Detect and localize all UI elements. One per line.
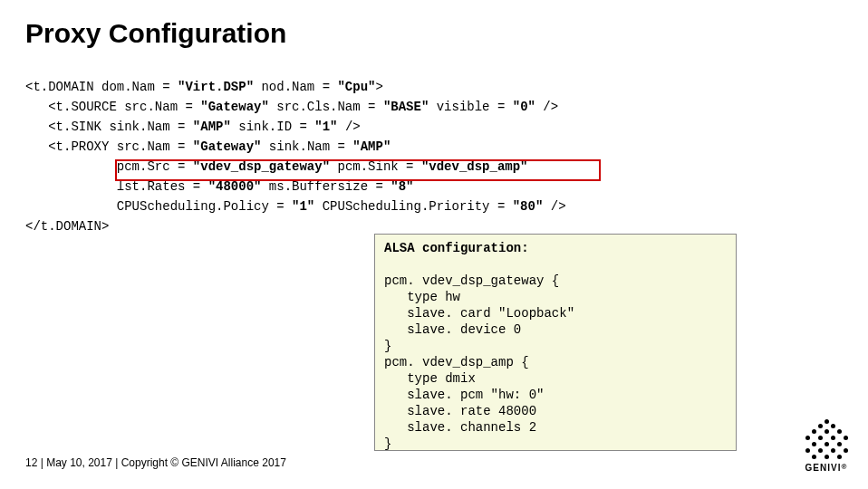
code-line-3: <t.SINK sink.Nam = "AMP" sink.ID = "1" /… [25,120,361,134]
page-title: Proxy Configuration [25,18,286,49]
slide-footer: 12 | May 10, 2017 | Copyright © GENIVI A… [25,456,286,469]
genivi-text: GENIVI® [803,463,850,473]
code-line-2: <t.SOURCE src.Nam = "Gateway" src.Cls.Na… [25,100,558,114]
code-line-7: CPUScheduling.Policy = "1" CPUScheduling… [25,199,566,214]
genivi-dots-icon [803,419,850,461]
code-line-4: <t.PROXY src.Nam = "Gateway" sink.Nam = … [25,139,391,154]
xml-config-code: <t.DOMAIN dom.Nam = "Virt.DSP" nod.Nam =… [25,77,566,236]
code-line-6: lst.Rates = "48000" ms.Buffersize = "8" [25,179,414,194]
alsa-config-box: ALSA configuration: pcm. vdev_dsp_gatewa… [374,234,737,451]
alsa-heading: ALSA configuration: [384,241,529,255]
alsa-body: pcm. vdev_dsp_gateway { type hw slave. c… [384,273,574,451]
genivi-logo: GENIVI® [803,419,850,473]
code-line-8: </t.DOMAIN> [25,219,109,234]
code-line-5: pcm.Src = "vdev_dsp_gateway" pcm.Sink = … [25,159,528,174]
code-line-1: <t.DOMAIN dom.Nam = "Virt.DSP" nod.Nam =… [25,80,383,94]
